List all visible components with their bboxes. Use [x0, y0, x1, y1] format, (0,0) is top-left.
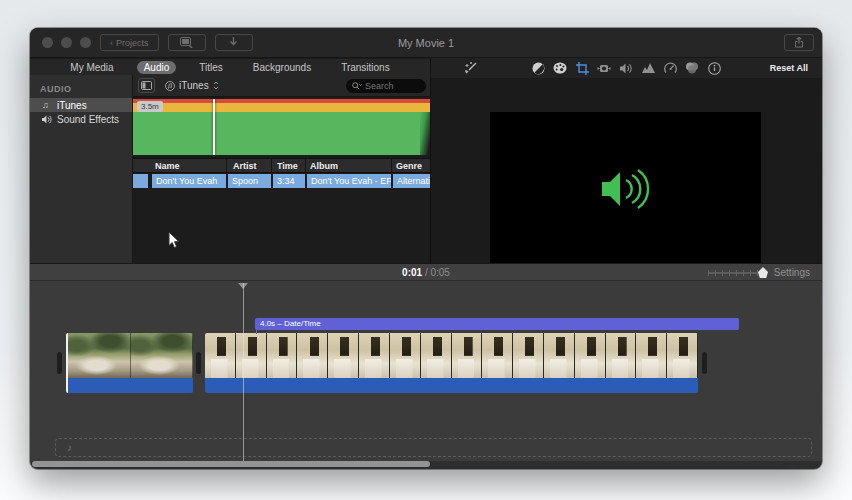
filmstrip-frame [359, 333, 390, 378]
column-header-artist[interactable]: Artist [233, 161, 257, 171]
tab-audio[interactable]: Audio [137, 61, 177, 74]
tab-transitions[interactable]: Transitions [334, 61, 397, 74]
time-separator: / [425, 267, 428, 278]
projects-button[interactable]: ‹ Projects [100, 34, 159, 51]
media-header: iTunes [133, 75, 430, 97]
video-clip-patio[interactable] [66, 333, 193, 393]
filmstrip-frame [267, 333, 298, 378]
sidebar-item-sound-effects[interactable]: Sound Effects [30, 112, 132, 126]
total-time: 0:05 [430, 267, 449, 278]
close-window-button[interactable] [42, 37, 53, 48]
song-table-header: Name Artist Time Album Genre [133, 158, 430, 173]
color-correction-icon[interactable] [553, 61, 567, 75]
adjust-toolbar: Reset All [431, 58, 822, 78]
title-clip-connector [256, 330, 257, 334]
media-browser-panel: My Media Audio Titles Backgrounds Transi… [30, 58, 430, 263]
trim-handle-middle[interactable] [196, 352, 201, 374]
share-button[interactable] [784, 34, 814, 51]
timeline-zoom-slider[interactable] [708, 272, 764, 274]
table-row-selected[interactable]: Don't You Evah Spoon 3:34 Don't You Evah… [133, 174, 430, 188]
trim-handle-right[interactable] [702, 352, 707, 374]
column-separator [226, 159, 227, 174]
minimize-window-button[interactable] [61, 37, 72, 48]
media-browser-button[interactable] [168, 34, 206, 51]
filmstrip-frame [236, 333, 267, 378]
column-header-genre[interactable]: Genre [396, 161, 422, 171]
noise-reduction-icon[interactable] [641, 61, 655, 75]
music-note-icon: ♫ [42, 100, 52, 110]
timeline-toolbar: 0:01 / 0:05 Settings [30, 263, 822, 281]
filmstrip-frame [452, 333, 483, 378]
titlebar: ‹ Projects My Movie 1 [30, 28, 822, 58]
viewer-panel: Reset All [430, 58, 822, 263]
clip-audio-waveform [68, 378, 193, 393]
current-time: 0:01 [402, 267, 422, 278]
waveform-mid-band [133, 103, 430, 112]
time-display: 0:01 / 0:05 [402, 267, 450, 278]
color-balance-icon[interactable] [531, 61, 545, 75]
settings-button[interactable]: Settings [774, 267, 810, 278]
reset-all-button[interactable]: Reset All [770, 63, 808, 73]
audio-only-speaker-icon [600, 168, 652, 210]
cell-genre: Alternative [393, 174, 430, 188]
row-leader-cell [133, 174, 148, 188]
cell-name: Don't You Evah [152, 174, 226, 188]
crop-icon[interactable] [575, 61, 589, 75]
share-icon [794, 37, 804, 48]
waveform-body-band [133, 112, 430, 155]
back-chevron-icon: ‹ [110, 38, 113, 48]
filmstrip-frame [667, 333, 698, 378]
zoom-window-button[interactable] [80, 37, 91, 48]
song-waveform[interactable]: 3.5m [133, 97, 430, 155]
speed-icon[interactable] [663, 61, 677, 75]
waveform-end-taper [420, 112, 430, 155]
auto-enhance-icon[interactable] [464, 61, 478, 75]
browser-tabbar: My Media Audio Titles Backgrounds Transi… [30, 58, 430, 75]
column-header-time[interactable]: Time [277, 161, 298, 171]
slider-ticks [708, 270, 764, 276]
info-icon[interactable] [707, 61, 721, 75]
tab-titles[interactable]: Titles [192, 61, 230, 74]
content-area: My Media Audio Titles Backgrounds Transi… [30, 58, 822, 263]
tab-backgrounds[interactable]: Backgrounds [246, 61, 318, 74]
title-clip[interactable]: 4.0s – Date/Time [255, 318, 739, 330]
import-button[interactable] [215, 34, 253, 51]
waveform-playhead[interactable] [213, 99, 215, 155]
music-note-icon: ♪ [67, 442, 72, 453]
filmstrip-frame [636, 333, 667, 378]
sidebar-item-itunes[interactable]: ♫ iTunes [30, 98, 132, 112]
sidebar-toggle-button[interactable] [138, 78, 155, 93]
background-music-well[interactable]: ♪ [55, 438, 812, 457]
imovie-window: ‹ Projects My Movie 1 My Media Audio Tit… [30, 28, 822, 469]
filmstrip-frame [131, 333, 194, 378]
tab-my-media[interactable]: My Media [63, 61, 120, 74]
search-input[interactable] [365, 81, 420, 91]
clip-filmstrip [205, 333, 698, 378]
cell-album: Don't You Evah - EP [307, 174, 391, 188]
projects-button-label: Projects [116, 38, 149, 48]
clip-audio-waveform [205, 378, 698, 393]
trim-handle-left[interactable] [57, 352, 62, 374]
itunes-icon [165, 81, 175, 91]
panel-toggle-icon [141, 81, 152, 90]
clip-filter-icon[interactable] [685, 61, 699, 75]
timeline-area[interactable]: 4.0s – Date/Time ♪ [30, 281, 822, 461]
filmstrip-frame [421, 333, 452, 378]
sidebar-item-label: Sound Effects [57, 114, 119, 125]
filmstrip-frame [68, 333, 131, 378]
search-field[interactable] [346, 79, 426, 93]
horizontal-scrollbar[interactable] [32, 461, 430, 467]
stabilization-icon[interactable] [597, 61, 611, 75]
traffic-lights [42, 37, 91, 48]
sidebar-header: AUDIO [30, 75, 132, 98]
slider-thumb[interactable] [758, 267, 768, 278]
cell-time: 3:34 [273, 174, 305, 188]
volume-icon[interactable] [619, 61, 633, 75]
column-header-album[interactable]: Album [310, 161, 338, 171]
column-header-name[interactable]: Name [155, 161, 180, 171]
download-arrow-icon [227, 36, 241, 50]
source-dropdown[interactable]: iTunes [161, 78, 223, 93]
video-clip-bathroom[interactable] [205, 333, 698, 393]
filmstrip-frame [297, 333, 328, 378]
playhead-line[interactable] [243, 283, 244, 461]
